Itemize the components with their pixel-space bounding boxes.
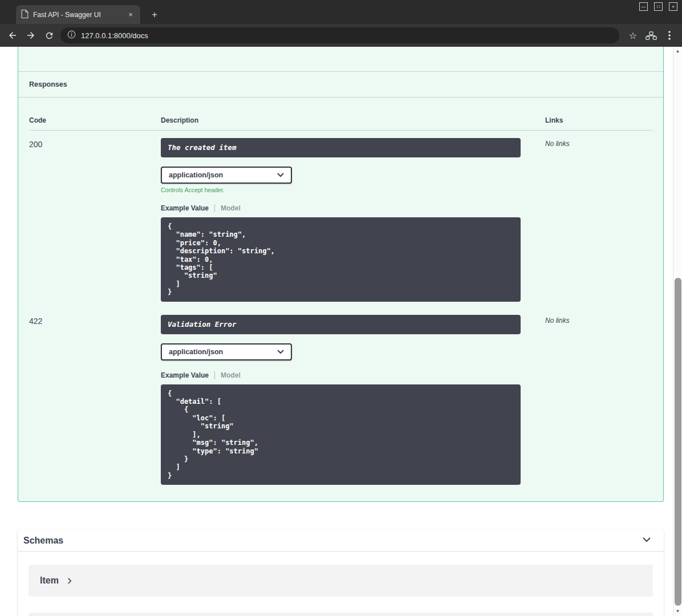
scrollbar-thumb[interactable] — [675, 278, 681, 606]
schemas-section: Schemas Item ValidationError — [18, 530, 664, 616]
maximize-button[interactable]: □ — [654, 2, 663, 11]
example-json-block: { "detail": [ { "loc": [ "string" ], "ms… — [161, 384, 521, 485]
media-type-value: application/json — [169, 348, 223, 356]
chevron-down-icon[interactable] — [641, 534, 652, 548]
titlebar: Fast API - Swagger UI × + — □ × — [0, 0, 682, 24]
schema-validationerror-row[interactable]: ValidationError — [29, 613, 653, 616]
browser-tab[interactable]: Fast API - Swagger UI × — [16, 5, 140, 24]
response-description: The created item — [161, 138, 521, 157]
response-description: Validation Error — [161, 315, 521, 334]
minimize-button[interactable]: — — [639, 2, 648, 11]
window-controls: — □ × — [639, 2, 677, 11]
response-links: No links — [545, 315, 652, 485]
schemas-body: Item ValidationError — [18, 552, 664, 616]
schema-item-row[interactable]: Item — [29, 565, 653, 597]
media-type-select[interactable]: application/json — [161, 343, 292, 360]
scroll-down-arrow[interactable]: ▼ — [673, 607, 682, 616]
responses-table-header: Code Description Links — [29, 98, 652, 131]
example-model-tabs: Example Value Model — [161, 371, 545, 379]
tab-title: Fast API - Swagger UI — [33, 11, 121, 19]
response-code: 422 — [29, 315, 161, 485]
page-scrollbar[interactable]: ▲ ▼ — [673, 47, 682, 616]
response-row-200: 200 The created item application/json Co… — [29, 131, 652, 307]
controls-accept-note: Controls Accept header. — [161, 187, 545, 193]
tab-close-icon[interactable]: × — [126, 10, 135, 19]
page-content: Responses Code Description Links 200 The… — [0, 47, 673, 616]
chevron-down-icon — [277, 348, 284, 356]
response-row-422: 422 Validation Error application/json Ex… — [29, 307, 652, 491]
forward-button[interactable] — [22, 26, 40, 44]
column-header-code: Code — [29, 116, 161, 124]
column-header-description: Description — [161, 116, 545, 124]
tab-example-value[interactable]: Example Value — [161, 371, 209, 379]
bookmark-star-icon[interactable]: ☆ — [624, 26, 642, 44]
response-links: No links — [545, 138, 652, 302]
close-button[interactable]: × — [669, 2, 677, 11]
responses-section: Responses Code Description Links 200 The… — [18, 47, 664, 502]
responses-table: Code Description Links 200 The created i… — [18, 98, 663, 501]
url-text: 127.0.0.1:8000/docs — [81, 31, 148, 40]
responses-heading: Responses — [18, 71, 663, 98]
browser-window: Fast API - Swagger UI × + — □ × 127.0.0.… — [0, 0, 682, 616]
reload-button[interactable] — [40, 26, 58, 44]
response-description-cell: The created item application/json Contro… — [161, 138, 545, 302]
schemas-header[interactable]: Schemas — [18, 530, 664, 552]
media-type-select[interactable]: application/json — [161, 167, 292, 184]
browser-menu-icon[interactable] — [660, 26, 679, 44]
response-description-cell: Validation Error application/json Exampl… — [161, 315, 545, 485]
schemas-title: Schemas — [23, 536, 63, 546]
new-tab-button[interactable]: + — [148, 9, 161, 21]
address-bar[interactable]: 127.0.0.1:8000/docs — [60, 27, 619, 43]
example-model-tabs: Example Value Model — [161, 204, 545, 212]
tab-model[interactable]: Model — [214, 371, 241, 379]
tab-example-value[interactable]: Example Value — [161, 204, 209, 212]
column-header-links: Links — [545, 116, 652, 124]
response-code: 200 — [29, 138, 161, 302]
opblock-spacer — [18, 47, 663, 71]
scroll-up-arrow[interactable]: ▲ — [673, 47, 682, 56]
back-button[interactable] — [3, 26, 22, 44]
page-favicon-icon — [21, 10, 29, 20]
sitemap-icon[interactable] — [642, 26, 660, 44]
site-info-icon[interactable] — [67, 30, 76, 40]
schema-name: Item — [40, 576, 59, 586]
tab-model[interactable]: Model — [214, 204, 241, 212]
browser-toolbar: 127.0.0.1:8000/docs ☆ — [0, 24, 682, 47]
chevron-right-icon — [66, 577, 73, 585]
media-type-value: application/json — [169, 171, 223, 179]
chevron-down-icon — [277, 171, 284, 179]
example-json-block: { "name": "string", "price": 0, "descrip… — [161, 217, 521, 302]
